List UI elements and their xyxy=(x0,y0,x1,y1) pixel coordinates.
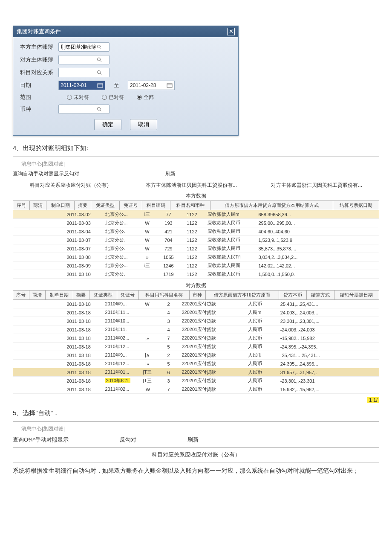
column-header: 贷方本币 xyxy=(279,291,306,300)
table-row[interactable]: 2011-03-182010年11.4220201应付贷款人民币-24,003.… xyxy=(13,325,379,334)
column-header: 借方原而借方本H|贷方原而 xyxy=(205,291,279,300)
page-marker: 1 1/ xyxy=(367,397,379,403)
svg-point-4 xyxy=(98,71,101,74)
column-header: 结算方式 xyxy=(306,291,334,300)
radio-icon xyxy=(67,95,72,100)
table-row[interactable]: 2011-03-07北京分公.W7041122应收张款人民币1,523,9..1… xyxy=(13,236,379,244)
calendar-icon[interactable] xyxy=(167,83,173,88)
column-header: 科目用码科目名称 xyxy=(138,291,189,300)
column-header: 结轴号票据日期 xyxy=(334,291,379,300)
table-row[interactable]: 2011-03-182010年9...|∧2220201应付货款人民巾-25,4… xyxy=(13,351,379,360)
search-icon[interactable] xyxy=(97,57,102,62)
own-ledger-label: 本方主体账簿 xyxy=(20,43,58,51)
dialog-body: 本方主体账簿 对方主体账簿 科目对应关系 日期 2011-02-01 xyxy=(13,37,238,135)
radio-matched[interactable]: 已对符 xyxy=(102,94,124,101)
table-row[interactable]: 2011-03-182011年02...|»7220201应付货款人民币•15,… xyxy=(13,334,379,343)
svg-line-11 xyxy=(100,110,101,111)
column-header: 凭证类型 xyxy=(91,201,120,210)
column-header: 凭证号 xyxy=(117,291,138,300)
column-header: 制单日期 xyxy=(46,201,75,210)
column-header: 两清 xyxy=(29,201,46,210)
search-icon[interactable] xyxy=(97,107,102,112)
own-entity-info: 本方主体陈溥浙江贝因美科工贸股份有... xyxy=(146,182,237,189)
search-icon[interactable] xyxy=(97,70,102,75)
column-header: 凭证号 xyxy=(119,201,142,210)
other-ledger-input[interactable] xyxy=(58,55,110,64)
table-row[interactable]: 2011-03-08北京分公...»10551122应收账款人民Tfi3,034… xyxy=(13,253,379,262)
other-data-table: 2011-03-182010年9...W2220201应付贷款人民币25.431… xyxy=(13,300,379,394)
radio-icon xyxy=(137,95,142,100)
subject-rel-label: 科目对应关系 xyxy=(20,69,58,76)
currency-input[interactable] xyxy=(58,105,110,114)
svg-point-0 xyxy=(98,45,101,48)
other-ledger-label: 对方主体账簿 xyxy=(20,56,58,64)
radio-unmatched[interactable]: 未对符 xyxy=(67,94,89,101)
divider xyxy=(13,421,379,422)
table-row[interactable]: 2011-03-182010年9...W2220201应付贷款人民币25.431… xyxy=(13,300,379,308)
column-header: 结算号票据日期 xyxy=(333,201,379,210)
search-icon[interactable] xyxy=(97,44,102,49)
step4-text: 4、出现的对账明细如下如: xyxy=(13,144,379,152)
svg-point-2 xyxy=(98,58,101,61)
date-to-input[interactable]: 2011-02-28 xyxy=(128,81,175,90)
own-data-title: 本方数据 xyxy=(13,192,379,200)
currency-label: 币种 xyxy=(20,105,58,113)
toolbar: 查询自动手动对照显示反勾对 刷新 xyxy=(13,170,379,177)
currency-field[interactable] xyxy=(61,106,97,112)
refresh-button[interactable]: 刷新 xyxy=(165,170,176,177)
other-data-title: 对方数据 xyxy=(13,282,379,289)
table-row[interactable]: 2011-03-182010年12...5220201应付货款人民币-24,39… xyxy=(13,343,379,351)
calendar-icon[interactable] xyxy=(97,83,103,88)
radio-all[interactable]: 全部 xyxy=(137,94,154,101)
ok-button[interactable]: 确定 xyxy=(94,119,121,130)
subject-rel-field[interactable] xyxy=(61,70,97,76)
own-data-table: 2011-03-02北京分公...i三771122应收账款人民m658,3965… xyxy=(13,210,379,279)
table-row[interactable]: 2011-03-03北京分公...W1931122应收款款人民币295,00..… xyxy=(13,219,379,227)
tabs-bar: 消息中心|集团对账| xyxy=(13,425,379,433)
other-ledger-field[interactable] xyxy=(61,57,97,63)
date-to-value: 2011-02-28 xyxy=(130,82,167,88)
toolbar2-b[interactable]: 反勾对 xyxy=(120,436,136,444)
table-row[interactable]: 2011-03-02北京分公...i三771122应收账款人民m658,3965… xyxy=(13,210,379,219)
table-row[interactable]: 2011-03-182010年IC1.|T三3220201应付货款人民币-23,… xyxy=(13,377,379,385)
table-row[interactable]: 2011-03-07北京分公.W7291122应收账款人民币35,873...3… xyxy=(13,244,379,253)
column-header: 两清 xyxy=(29,291,45,300)
toolbar2-c[interactable]: 刷新 xyxy=(187,436,199,444)
radio-icon xyxy=(102,95,107,100)
other-data-header: 序号两清制单日期摘要凭证类型凭证号科目用码科目名称市种借方原而借方本H|贷方原而… xyxy=(13,290,379,300)
info-row: 科目对应关系应收应付对账（公有） 本方主体陈溥浙江贝因美科工贸股份有... 对方… xyxy=(13,182,379,189)
table-row[interactable]: 2011-03-182010年10...3220201应付货款人民币23,301… xyxy=(13,317,379,325)
column-header: 摘要 xyxy=(75,201,91,210)
svg-line-1 xyxy=(100,48,101,49)
table-row[interactable]: 2011-03-09北京分公...i三12461122应收款款人民而142,02… xyxy=(13,262,379,270)
own-ledger-input[interactable] xyxy=(58,42,110,52)
close-icon[interactable]: ✕ xyxy=(227,28,235,35)
subject-rel-2: 科目对应关系应收应付对账（公有） xyxy=(13,451,379,459)
date-from-input[interactable]: 2011-02-01 xyxy=(58,81,105,90)
own-ledger-field[interactable] xyxy=(61,44,97,50)
step5-text: 5、选择"自动"， xyxy=(13,409,379,417)
svg-rect-6 xyxy=(98,84,103,87)
divider xyxy=(13,157,379,157)
tabs-bar: 消息中心|集团对账| xyxy=(13,160,379,168)
body-text: 系统将根据发生明细行自动勾对，如果双方账务在入账金额以及入账方向都一一对应，那么… xyxy=(13,466,379,475)
column-header: 科目缅码 xyxy=(142,201,170,210)
table-row[interactable]: 2011-03-182011年01...|T三6220201应付贷款人民币31.… xyxy=(13,368,379,377)
divider xyxy=(13,447,379,447)
toolbar2-a[interactable]: 查询O¾^手动对照显示 xyxy=(13,436,69,444)
column-header: 序号 xyxy=(13,201,30,210)
table-row[interactable]: 2011-03-10北京分公.17191122应收账款人民币1,550,0...… xyxy=(13,270,379,279)
toolbar2: 查询O¾^手动对照显示 反勾对 刷新 xyxy=(13,436,379,444)
column-header: 制单日期 xyxy=(45,291,73,300)
table-row[interactable]: 2011-03-182010年12...|»5220201应付货款人民币24.3… xyxy=(13,360,379,368)
table-row[interactable]: 2011-03-04北京分公.W4211122应收秣款人民币404,60..40… xyxy=(13,227,379,236)
table-row[interactable]: 2011-03-182010年11...4220201应付货款人民m24,003… xyxy=(13,308,379,317)
range-radio-group: 未对符 已对符 全部 xyxy=(67,94,154,101)
table-row[interactable]: 2011-03-182011年02...|W7220201应付货款人民币15.9… xyxy=(13,385,379,394)
date-to-label: 至 xyxy=(114,81,119,89)
svg-line-5 xyxy=(100,73,101,75)
cancel-button[interactable]: 取消 xyxy=(130,119,157,130)
subject-rel-input[interactable] xyxy=(58,68,110,77)
toolbar-items[interactable]: 查询自动手动对照显示反勾对 xyxy=(13,170,79,177)
dialog-header: 集团对账查询条件 ✕ xyxy=(13,26,238,37)
